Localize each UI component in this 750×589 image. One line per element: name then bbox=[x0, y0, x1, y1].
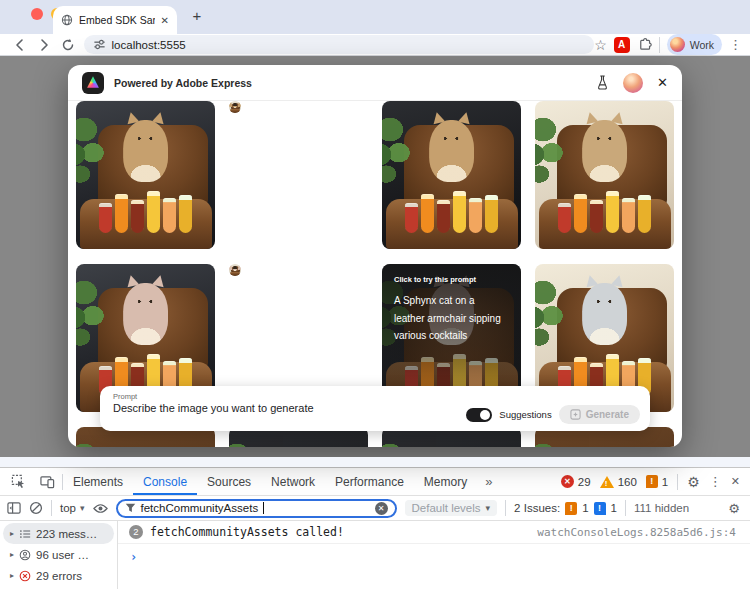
profile-avatar bbox=[670, 37, 685, 52]
devtools-menu-icon[interactable]: ⋮ bbox=[709, 474, 722, 489]
tab-elements[interactable]: Elements bbox=[63, 468, 133, 495]
chevron-down-icon: ▾ bbox=[486, 503, 491, 513]
cocktail-glasses bbox=[230, 271, 240, 275]
sidebar-item-all-messages[interactable]: ▸ 223 mess… bbox=[3, 523, 114, 544]
console-prompt-chevron[interactable]: › bbox=[118, 544, 750, 564]
window-close-button[interactable] bbox=[31, 8, 43, 20]
console-settings-icon[interactable]: ⚙ bbox=[728, 501, 743, 516]
clear-filter-icon[interactable]: ✕ bbox=[375, 502, 388, 515]
user-avatar[interactable] bbox=[623, 73, 643, 93]
tab-sources[interactable]: Sources bbox=[197, 468, 261, 495]
lynx-cocktails-thumbnail-4[interactable] bbox=[535, 101, 674, 249]
toolbar-divider bbox=[51, 500, 52, 516]
prompt-card: Prompt Describe the image you want to ge… bbox=[100, 386, 650, 431]
bookmark-star-icon[interactable]: ☆ bbox=[594, 37, 607, 53]
context-selector[interactable]: top ▾ bbox=[60, 502, 85, 514]
adobe-express-dialog: Powered by Adobe Express ✕ bbox=[68, 65, 682, 447]
toolbar-divider bbox=[505, 500, 506, 516]
sidebar-item-user-messages[interactable]: ▸ 96 user … bbox=[3, 544, 114, 565]
devtools-close-icon[interactable]: ✕ bbox=[731, 475, 740, 488]
toolbar-divider bbox=[659, 37, 660, 53]
console-toolbar: top ▾ fetchCommunityAssets ✕ Default lev… bbox=[0, 496, 750, 521]
generate-icon bbox=[570, 409, 581, 420]
address-bar[interactable]: localhost:5555 bbox=[84, 35, 595, 54]
generate-button[interactable]: Generate bbox=[559, 405, 640, 424]
text-cursor bbox=[263, 502, 264, 514]
suggestions-toggle[interactable] bbox=[466, 408, 492, 422]
lynx-cocktails-thumbnail-3[interactable] bbox=[382, 101, 521, 249]
device-toolbar-icon[interactable] bbox=[33, 468, 62, 495]
expand-caret-icon[interactable]: ▸ bbox=[10, 550, 14, 559]
log-levels-dropdown[interactable]: Default levels ▾ bbox=[405, 500, 498, 516]
clear-console-icon[interactable] bbox=[29, 501, 43, 515]
dialog-header: Powered by Adobe Express ✕ bbox=[68, 65, 682, 101]
dialog-close-icon[interactable]: ✕ bbox=[657, 75, 668, 90]
new-tab-button[interactable]: + bbox=[186, 5, 208, 27]
plant-decoration bbox=[535, 273, 589, 362]
issues-summary[interactable]: 2 Issues: ! 1 ! 1 bbox=[514, 502, 617, 515]
tab-network[interactable]: Network bbox=[261, 468, 325, 495]
url-text: localhost:5555 bbox=[112, 39, 186, 51]
hidden-messages-count: 111 hidden bbox=[634, 502, 689, 514]
tab-console[interactable]: Console bbox=[133, 468, 197, 495]
error-icon: ✕ bbox=[561, 475, 574, 488]
plant-decoration bbox=[382, 110, 436, 199]
page-bottom-strip bbox=[0, 457, 750, 467]
console-message-row[interactable]: 2 fetchCommunityAssets called! watchCons… bbox=[118, 521, 750, 544]
devtools-settings-icon[interactable]: ⚙ bbox=[687, 474, 700, 490]
inspect-element-icon[interactable] bbox=[4, 468, 33, 495]
filter-funnel-icon bbox=[125, 503, 136, 513]
more-tabs-icon[interactable]: » bbox=[477, 474, 500, 489]
back-icon[interactable] bbox=[8, 38, 32, 52]
console-source-link[interactable]: watchConsoleLogs.8258a5d6.js:4 bbox=[537, 526, 736, 539]
suggestions-label: Suggestions bbox=[499, 409, 551, 420]
site-settings-tune-icon[interactable] bbox=[93, 38, 106, 51]
issues-count-badge[interactable]: ! 1 bbox=[646, 475, 668, 488]
overlay-prompt-text: A Sphynx cat on a leather armchair sippi… bbox=[394, 292, 503, 345]
cocktail-glasses bbox=[230, 108, 240, 112]
extensions-puzzle-icon[interactable] bbox=[637, 37, 652, 52]
prompt-label: Prompt bbox=[113, 392, 637, 401]
browser-toolbar: localhost:5555 ☆ A Work ⋮ bbox=[0, 34, 750, 56]
plant-decoration bbox=[382, 436, 436, 447]
repeat-count-badge: 2 bbox=[129, 525, 143, 539]
tab-performance[interactable]: Performance bbox=[325, 468, 414, 495]
plant-decoration bbox=[76, 110, 130, 199]
error-count-badge[interactable]: ✕ 29 bbox=[561, 475, 591, 488]
lynx-cocktails-thumbnail-2[interactable] bbox=[229, 101, 241, 113]
browser-tab[interactable]: Embed SDK Sample ✕ bbox=[53, 6, 177, 34]
tab-strip: Embed SDK Sample ✕ + bbox=[0, 0, 750, 34]
tab-favicon-globe-icon bbox=[61, 14, 73, 26]
sphynx-cocktails-thumbnail-2[interactable] bbox=[229, 264, 241, 276]
plant-decoration bbox=[535, 436, 589, 447]
live-expression-eye-icon[interactable] bbox=[93, 503, 108, 514]
toolbar-right-cluster: ☆ A Work ⋮ bbox=[594, 34, 742, 55]
profile-chip[interactable]: Work bbox=[667, 34, 722, 55]
devtools-panel: Elements Console Sources Network Perform… bbox=[0, 467, 750, 589]
adobe-extension-icon[interactable]: A bbox=[614, 37, 630, 53]
cat-figure bbox=[233, 266, 237, 271]
reload-icon[interactable] bbox=[56, 38, 80, 52]
page-error-icon: ! bbox=[565, 502, 577, 515]
overlay-cta-text: Click to try this prompt bbox=[394, 275, 509, 284]
badges-divider bbox=[677, 474, 678, 490]
tab-close-icon[interactable]: ✕ bbox=[161, 15, 169, 26]
profile-label: Work bbox=[690, 39, 714, 51]
warning-count-badge[interactable]: ! 160 bbox=[600, 476, 637, 488]
devtools-tabbar: Elements Console Sources Network Perform… bbox=[0, 468, 750, 496]
console-filter-input[interactable]: fetchCommunityAssets ✕ bbox=[116, 499, 397, 518]
browser-menu-icon[interactable]: ⋮ bbox=[729, 37, 742, 52]
warning-icon: ! bbox=[600, 476, 614, 488]
expand-caret-icon[interactable]: ▸ bbox=[10, 529, 14, 538]
experiment-flask-icon[interactable] bbox=[596, 75, 609, 90]
tab-memory[interactable]: Memory bbox=[414, 468, 477, 495]
cat-figure bbox=[233, 103, 237, 108]
expand-caret-icon[interactable]: ▸ bbox=[10, 571, 14, 580]
toolbar-divider bbox=[625, 500, 626, 516]
chevron-down-icon: ▾ bbox=[80, 503, 85, 513]
lynx-cocktails-thumbnail-1[interactable] bbox=[76, 101, 215, 249]
console-sidebar-toggle-icon[interactable] bbox=[7, 501, 21, 515]
adobe-express-logo bbox=[82, 72, 104, 94]
forward-icon[interactable] bbox=[32, 38, 56, 52]
sidebar-item-errors[interactable]: ▸ 29 errors bbox=[3, 565, 114, 586]
